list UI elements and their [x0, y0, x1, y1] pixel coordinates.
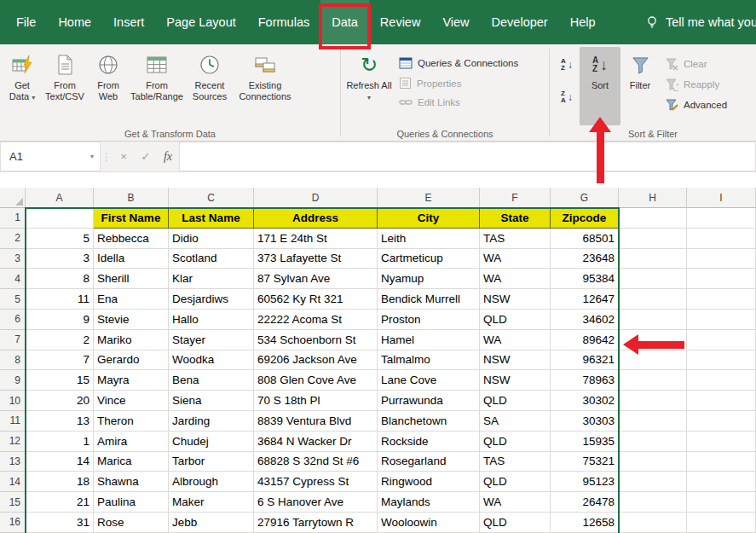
cell[interactable]: Tarbor [169, 452, 254, 472]
cell[interactable]: Hallo [169, 310, 254, 330]
cell[interactable] [687, 391, 756, 411]
cell[interactable]: 30302 [551, 391, 619, 411]
column-header-A[interactable]: A [26, 188, 94, 208]
tab-page-layout[interactable]: Page Layout [155, 0, 246, 44]
cell[interactable]: Mariko [94, 330, 169, 351]
row-header[interactable]: 16 [0, 513, 26, 533]
column-header-B[interactable]: B [94, 188, 169, 208]
cell[interactable] [619, 269, 687, 289]
row-header[interactable]: 12 [0, 432, 26, 452]
cell[interactable]: Shawna [94, 472, 169, 492]
name-box-dropdown-icon[interactable]: ▾ [90, 153, 100, 160]
select-all-corner[interactable] [0, 188, 26, 208]
cancel-icon[interactable]: × [113, 142, 135, 171]
cell[interactable]: Stayer [169, 330, 254, 351]
cell[interactable] [619, 370, 687, 391]
sort-button[interactable]: AZ ↓ Sort [580, 47, 620, 125]
cell[interactable]: Cartmeticup [378, 249, 480, 269]
tab-review[interactable]: Review [369, 0, 432, 44]
cell[interactable]: Didio [169, 229, 254, 249]
cell[interactable] [687, 370, 756, 391]
column-header-E[interactable]: E [378, 188, 480, 208]
header-cell[interactable]: Zipcode [551, 208, 619, 229]
cell[interactable]: 5 [26, 229, 94, 249]
cell[interactable]: QLD [480, 472, 551, 492]
cell[interactable]: Talmalmo [378, 351, 480, 371]
column-header-C[interactable]: C [169, 188, 254, 208]
cell[interactable]: Woodka [169, 351, 254, 371]
row-header[interactable]: 10 [0, 391, 26, 411]
cell[interactable] [619, 472, 687, 492]
cell[interactable]: 30303 [551, 411, 619, 432]
cell[interactable]: Klar [169, 269, 254, 289]
cell[interactable]: 18 [26, 472, 94, 492]
formula-bar-drag-handle[interactable]: ⋮ [101, 142, 113, 171]
tab-view[interactable]: View [431, 0, 480, 44]
sort-ascending-button[interactable]: AZ ↓ [557, 55, 577, 74]
tab-file[interactable]: File [5, 0, 47, 44]
cell[interactable]: WA [480, 249, 551, 269]
cell[interactable]: WA [480, 492, 551, 513]
cell[interactable]: 43157 Cypress St [254, 472, 378, 492]
name-box[interactable]: A1 ▾ [0, 142, 101, 171]
header-cell[interactable]: State [480, 208, 551, 229]
tab-developer[interactable]: Developer [481, 0, 559, 44]
cell[interactable]: Jebb [169, 513, 254, 533]
cell[interactable]: 8839 Ventura Blvd [254, 411, 378, 432]
cell[interactable]: 808 Glen Cove Ave [254, 370, 378, 391]
row-header[interactable]: 7 [0, 330, 26, 351]
cell[interactable] [687, 229, 756, 249]
cell[interactable]: WA [480, 330, 551, 351]
cell[interactable]: Sherill [94, 269, 169, 289]
cell[interactable]: 22222 Acoma St [254, 310, 378, 330]
cell[interactable]: Wooloowin [378, 513, 480, 533]
sort-descending-button[interactable]: ZA ↓ [557, 88, 577, 107]
from-text-csv-button[interactable]: From Text/CSV [41, 47, 89, 125]
cell[interactable]: TAS [480, 229, 551, 249]
cell[interactable]: 171 E 24th St [254, 229, 378, 249]
cell[interactable]: SA [480, 411, 551, 432]
cell[interactable]: Theron [94, 411, 169, 432]
cell[interactable]: 60562 Ky Rt 321 [254, 289, 378, 310]
row-header[interactable]: 11 [0, 411, 26, 432]
header-cell[interactable]: City [378, 208, 480, 229]
cell[interactable] [687, 310, 756, 330]
queries-connections-button[interactable]: Queries & Connections [399, 57, 518, 69]
cell[interactable] [619, 310, 687, 330]
cell[interactable]: 1 [26, 432, 94, 452]
cell[interactable]: Bendick Murrell [378, 289, 480, 310]
cell[interactable]: Amira [94, 432, 169, 452]
cell[interactable] [619, 208, 687, 229]
column-header-F[interactable]: F [480, 188, 551, 208]
tab-insert[interactable]: Insert [102, 0, 155, 44]
column-header-G[interactable]: G [551, 188, 619, 208]
cell[interactable]: 75321 [551, 452, 619, 472]
tell-me-box[interactable]: Tell me what you [645, 0, 756, 44]
cell[interactable]: Idella [94, 249, 169, 269]
cell[interactable] [687, 472, 756, 492]
row-header[interactable]: 8 [0, 351, 26, 371]
cell[interactable]: 34602 [551, 310, 619, 330]
cell[interactable]: 68828 S 32nd St #6 [254, 452, 378, 472]
recent-sources-button[interactable]: Recent Sources [186, 47, 234, 125]
tab-data[interactable]: Data [320, 0, 369, 44]
cell[interactable]: 14 [26, 452, 94, 472]
cell[interactable]: Maker [169, 492, 254, 513]
cell[interactable]: 6 S Hanover Ave [254, 492, 378, 513]
enter-icon[interactable]: ✓ [135, 142, 157, 171]
cell[interactable]: Nyamup [378, 269, 480, 289]
cell[interactable]: WA [480, 269, 551, 289]
tab-home[interactable]: Home [47, 0, 102, 44]
cell[interactable]: 95384 [551, 269, 619, 289]
cell[interactable]: Blanchetown [378, 411, 480, 432]
cell[interactable]: Vince [94, 391, 169, 411]
cell[interactable]: 12658 [551, 513, 619, 533]
cell[interactable] [687, 208, 756, 229]
existing-connections-button[interactable]: Existing Connections [234, 47, 297, 125]
cell[interactable]: QLD [480, 513, 551, 533]
row-header[interactable]: 6 [0, 310, 26, 330]
get-data-button[interactable]: Get Data ▾ [3, 47, 41, 125]
row-header[interactable]: 1 [0, 208, 26, 229]
cell[interactable]: 26478 [551, 492, 619, 513]
cell[interactable]: Desjardiws [169, 289, 254, 310]
